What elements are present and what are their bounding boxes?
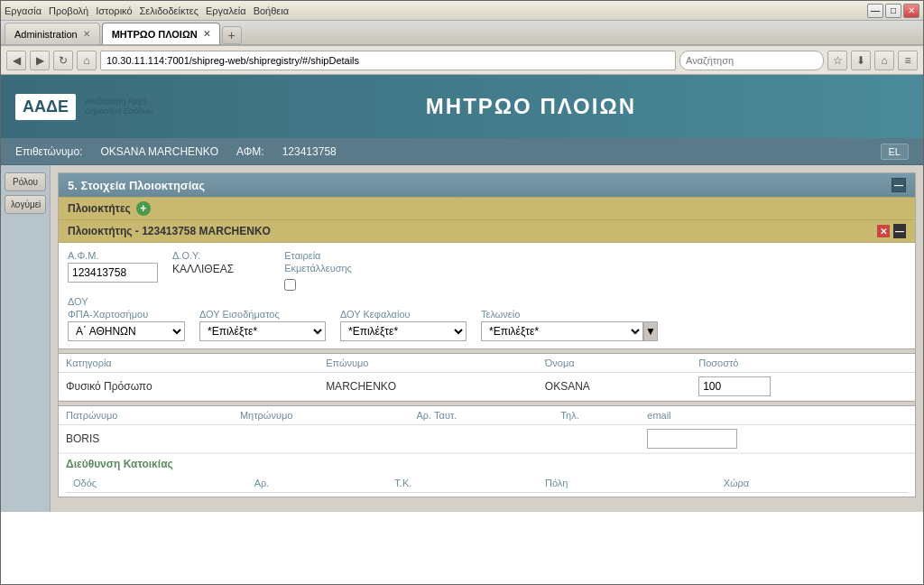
owner-row-label: Πλοιοκτήτης - 123413758 MARCHENKO bbox=[68, 225, 271, 237]
browser-titlebar: Εργασία Προβολή Ιστορικό Σελιδοδείκτες Ε… bbox=[1, 1, 923, 21]
owners-label: Πλοιοκτήτες bbox=[68, 202, 131, 215]
telwneio-dropdown-btn[interactable]: ▼ bbox=[643, 321, 658, 341]
afm-field-input[interactable] bbox=[68, 263, 158, 283]
homebar-button[interactable]: ⌂ bbox=[874, 51, 894, 70]
tab-bar: Administration ✕ ΜΗΤΡΩΟ ΠΛΟΙΩΝ ✕ + bbox=[1, 21, 923, 46]
remove-owner-black-btn[interactable]: — bbox=[893, 224, 906, 238]
table2-row: BORIS bbox=[59, 425, 915, 453]
menu-provoli[interactable]: Προβολή bbox=[49, 5, 88, 16]
logo-subtitle: Ανεξάρτητη Αρχή Δημοσίων Εσόδων bbox=[85, 97, 153, 116]
table1-header-row: Κατηγορία Επώνυμο Όνομα Ποσοστό bbox=[59, 354, 915, 373]
reload-button[interactable]: ↻ bbox=[53, 51, 73, 70]
field-doy: Δ.Ο.Υ. ΚΑΛΛΙΘΕΑΣ bbox=[172, 250, 234, 275]
doy-eisodimatos-label: ΔΟΥ Εισοδήματος bbox=[199, 309, 326, 320]
address-table: Οδός Αρ. Τ.Κ. Πόλη Χώρα bbox=[66, 474, 908, 493]
logo-sub-2: Δημοσίων Εσόδων bbox=[85, 107, 153, 116]
th-email: email bbox=[640, 406, 915, 425]
section-5-minimize-btn[interactable]: — bbox=[892, 178, 906, 192]
th-ar-taut: Αρ. Ταυτ. bbox=[410, 406, 554, 425]
address-bar: ◀ ▶ ↻ ⌂ ☆ ⬇ ⌂ ≡ bbox=[1, 46, 923, 75]
window-close-btn[interactable]: ✕ bbox=[903, 4, 919, 18]
content-area: Ρόλου λογύμεi 5. Στοιχεία Πλοιοκτησίας —… bbox=[1, 165, 923, 512]
menu-button[interactable]: ≡ bbox=[898, 51, 918, 70]
bookmark-button[interactable]: ☆ bbox=[827, 51, 847, 70]
add-owner-button[interactable]: + bbox=[136, 201, 151, 216]
user-epithetonimo-label: Επιθετώνυμο: bbox=[15, 145, 82, 158]
doy-kefalaion-select[interactable]: *Επιλέξτε* bbox=[340, 321, 467, 341]
th-mitronimo: Μητρώνυμο bbox=[233, 406, 410, 425]
afm-value: 123413758 bbox=[282, 145, 337, 158]
owner-table-2: Πατρώνυμο Μητρώνυμο Αρ. Ταυτ. Τηλ. email… bbox=[59, 406, 915, 453]
doy-kefalaion-label: ΔΟΥ Κεφαλαίου bbox=[340, 309, 467, 320]
etaireia-checkbox-field bbox=[284, 279, 352, 291]
tab-administration[interactable]: Administration ✕ bbox=[5, 23, 100, 44]
tab-administration-label: Administration bbox=[14, 29, 78, 40]
menu-ergaleia[interactable]: Εργαλεία bbox=[206, 5, 246, 16]
main-form: 5. Στοιχεία Πλοιοκτησίας — Πλοιοκτήτες +… bbox=[51, 165, 923, 512]
td-eponimo: MARCHENKO bbox=[319, 373, 538, 401]
forward-button[interactable]: ▶ bbox=[30, 51, 50, 70]
lang-button[interactable]: EL bbox=[881, 144, 909, 160]
td-pososto bbox=[691, 373, 915, 401]
section-5-header: 5. Στοιχεία Πλοιοκτησίας — bbox=[59, 173, 915, 197]
field-afm: Α.Φ.Μ. bbox=[68, 250, 158, 283]
tab-administration-close[interactable]: ✕ bbox=[83, 29, 90, 39]
doy-field-label: Δ.Ο.Υ. bbox=[172, 250, 234, 261]
remove-owner-red-btn[interactable]: ✕ bbox=[877, 225, 890, 237]
fpa-select[interactable]: Α΄ ΑΘΗΝΩΝ bbox=[68, 321, 185, 341]
url-input[interactable] bbox=[100, 51, 676, 70]
search-input[interactable] bbox=[679, 51, 824, 70]
window-maximize-btn[interactable]: □ bbox=[885, 4, 901, 18]
sidebar-rolou[interactable]: Ρόλου bbox=[5, 172, 46, 191]
logo-area: ΑΑΔΕ Ανεξάρτητη Αρχή Δημοσίων Εσόδων bbox=[15, 94, 153, 120]
address-header-row: Οδός Αρ. Τ.Κ. Πόλη Χώρα bbox=[66, 474, 908, 493]
browser-window: Εργασία Προβολή Ιστορικό Σελιδοδείκτες Ε… bbox=[0, 0, 924, 585]
user-name: OKSANA MARCHENKO bbox=[100, 145, 218, 158]
th-eponimo: Επώνυμο bbox=[319, 354, 538, 373]
address-section: Διεύθυνση Κατοικίας Οδός Αρ. Τ.Κ. Πόλη Χ… bbox=[59, 453, 915, 497]
th-pososto: Ποσοστό bbox=[691, 354, 915, 373]
tab-mitroo-ploion[interactable]: ΜΗΤΡΩΟ ΠΛΟΙΩΝ ✕ bbox=[102, 23, 220, 44]
logo-main: ΑΑΔΕ bbox=[23, 98, 69, 116]
save-button[interactable]: ⬇ bbox=[851, 51, 871, 70]
window-minimize-btn[interactable]: — bbox=[867, 4, 883, 18]
etaireia-checkbox[interactable] bbox=[284, 279, 296, 291]
th-tk: Τ.Κ. bbox=[387, 474, 538, 493]
td-ar-taut bbox=[410, 425, 554, 453]
field-doy-eisodimatos: ΔΟΥ Εισοδήματος *Επιλέξτε* bbox=[199, 309, 326, 341]
menu-selides[interactable]: Σελιδοδείκτες bbox=[140, 5, 199, 16]
ekmetalleusis-label: Εκμετάλλευσης bbox=[284, 263, 352, 274]
doy-eisodimatos-select[interactable]: *Επιλέξτε* bbox=[199, 321, 326, 341]
td-mitronimo bbox=[233, 425, 410, 453]
td-patronimo: BORIS bbox=[59, 425, 233, 453]
th-odos: Οδός bbox=[66, 474, 247, 493]
home-button[interactable]: ⌂ bbox=[77, 51, 97, 70]
new-tab-button[interactable]: + bbox=[222, 26, 242, 44]
tab-mitroo-close[interactable]: ✕ bbox=[203, 29, 210, 39]
window-controls: — □ ✕ bbox=[867, 4, 919, 18]
owner-table-1: Κατηγορία Επώνυμο Όνομα Ποσοστό Φυσικό Π… bbox=[59, 354, 915, 401]
td-email bbox=[640, 425, 915, 453]
menu-ergasia[interactable]: Εργασία bbox=[5, 5, 42, 16]
pososto-input[interactable] bbox=[698, 376, 771, 396]
app-title: ΜΗΤΡΩΟ ΠΛΟΙΩΝ bbox=[153, 94, 909, 119]
th-kategoria: Κατηγορία bbox=[59, 354, 319, 373]
etaireia-label: Εταιρεία bbox=[284, 250, 352, 261]
table2-header-row: Πατρώνυμο Μητρώνυμο Αρ. Ταυτ. Τηλ. email bbox=[59, 406, 915, 425]
logo-box: ΑΑΔΕ bbox=[15, 94, 76, 120]
email-input[interactable] bbox=[647, 429, 737, 449]
field-etaireia: Εταιρεία Εκμετάλλευσης bbox=[284, 250, 352, 291]
section-5-title: 5. Στοιχεία Πλοιοκτησίας bbox=[68, 179, 205, 192]
telwneio-select[interactable]: *Επιλέξτε* bbox=[481, 321, 643, 341]
field-telwneio: Τελωνείο *Επιλέξτε* ▼ bbox=[481, 309, 658, 341]
menu-voitheia[interactable]: Βοήθεια bbox=[254, 5, 289, 16]
td-til bbox=[553, 425, 640, 453]
sidebar-logout[interactable]: λογύμεi bbox=[5, 195, 46, 214]
tab-mitroo-label: ΜΗΤΡΩΟ ΠΛΟΙΩΝ bbox=[112, 29, 198, 40]
logo-sub-1: Ανεξάρτητη Αρχή bbox=[85, 97, 153, 107]
th-ar: Αρ. bbox=[247, 474, 388, 493]
telwneio-label: Τελωνείο bbox=[481, 309, 658, 320]
menu-istoriko[interactable]: Ιστορικό bbox=[96, 5, 132, 16]
th-patronimo: Πατρώνυμο bbox=[59, 406, 233, 425]
back-button[interactable]: ◀ bbox=[6, 51, 26, 70]
